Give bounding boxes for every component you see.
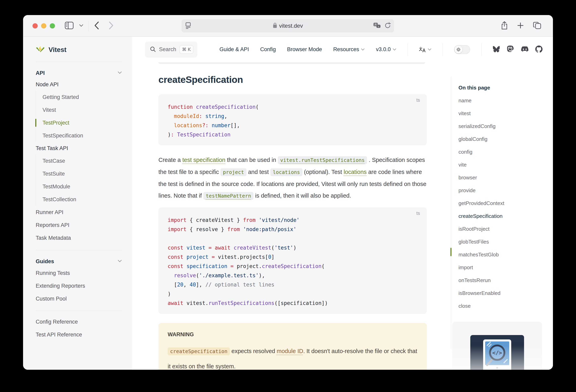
sidebar-item-testcollection[interactable]: TestCollection	[43, 193, 122, 206]
aside-divider	[451, 77, 451, 349]
inline-link[interactable]: module ID	[277, 348, 303, 354]
aside-item-globtestfiles[interactable]: globTestFiles	[459, 235, 547, 248]
sponsor-card[interactable]: </>	[452, 322, 542, 370]
sidebar-item-running-tests[interactable]: Running Tests	[36, 267, 122, 279]
search-icon	[150, 46, 156, 53]
url-text[interactable]: vitest.dev	[279, 23, 303, 29]
sidebar-item-testspecification[interactable]: TestSpecification	[43, 129, 122, 142]
site-header: Search ⌘ K Guide & API Config Browser Mo…	[132, 37, 553, 62]
chevron-down-icon	[117, 71, 122, 75]
mastodon-icon[interactable]	[507, 46, 514, 54]
sun-icon	[455, 46, 462, 53]
github-icon[interactable]	[535, 46, 543, 54]
sidebar-item-test-api-reference[interactable]: Test API Reference	[36, 328, 122, 341]
sidebar-toggle-icon[interactable]	[65, 22, 74, 30]
zoom-window-button[interactable]	[50, 23, 55, 29]
browser-toolbar: vitest.dev A x	[23, 15, 553, 37]
search-shortcut: ⌘ K	[179, 45, 193, 54]
svg-text:A: A	[375, 23, 377, 26]
search-button[interactable]: Search ⌘ K	[145, 41, 197, 58]
inline-code-link[interactable]: vitest.runTestSpecifications	[278, 156, 367, 164]
sidebar-item-extending-reporters[interactable]: Extending Reporters	[36, 279, 122, 292]
reload-icon[interactable]	[384, 22, 391, 30]
close-window-button[interactable]	[32, 23, 38, 29]
code-line: const vitest = await createVitest('test'…	[168, 243, 418, 252]
inline-code-link[interactable]: testNamePattern	[203, 192, 254, 200]
header-divider	[481, 43, 482, 56]
aside-item-isbrowserenabled[interactable]: isBrowserEnabled	[459, 287, 547, 300]
sidebar-section-api[interactable]: API	[36, 68, 122, 78]
bluesky-icon[interactable]	[493, 46, 500, 53]
sidebar-item-custom-pool[interactable]: Custom Pool	[36, 292, 122, 305]
intro-paragraph: Create a test specification that can be …	[158, 154, 427, 202]
nav-config[interactable]: Config	[260, 46, 276, 53]
code-line: ): TestSpecification	[168, 130, 418, 139]
forward-button[interactable]	[109, 21, 114, 30]
sidebar-item-vitest[interactable]: Vitest	[43, 104, 122, 116]
language-menu[interactable]	[419, 46, 432, 53]
sidebar-item-task-metadata[interactable]: Task Metadata	[36, 232, 122, 244]
code-lang-badge: ts	[416, 211, 420, 216]
aside-item-globalconfig[interactable]: globalConfig	[459, 133, 547, 146]
sidebar-item-testsuite[interactable]: TestSuite	[43, 167, 122, 180]
aside-item-getprovidedcontext[interactable]: getProvidedContext	[459, 197, 547, 210]
code-line: )	[168, 289, 418, 299]
aside-item-serializedconfig[interactable]: serializedConfig	[459, 120, 547, 133]
code-line: import { resolve } from 'node:path/posix…	[168, 225, 418, 234]
sidebar-group-node-api[interactable]: Node API	[36, 78, 122, 91]
aside-item-createspecification[interactable]: createSpecification	[459, 210, 547, 222]
sidebar-divider	[36, 61, 122, 62]
browser-window: vitest.dev A x	[23, 15, 553, 370]
aside-item-vitest[interactable]: vitest	[459, 107, 547, 120]
aside-item-ontestsrerun[interactable]: onTestsRerun	[459, 274, 547, 287]
aside-item-isrootproject[interactable]: isRootProject	[459, 222, 547, 235]
code-block-example[interactable]: ts import { createVitest } from 'vitest/…	[158, 208, 427, 314]
sidebar-item-testmodule[interactable]: TestModule	[43, 180, 122, 193]
text-run: and test	[246, 169, 270, 175]
address-bar[interactable]: vitest.dev A x	[181, 19, 394, 32]
vitest-logo[interactable]: Vitest	[36, 45, 122, 55]
aside-item-provide[interactable]: provide	[459, 184, 547, 197]
translate-icon	[419, 46, 426, 53]
discord-icon[interactable]	[520, 46, 528, 53]
translate-icon[interactable]: A x	[373, 22, 381, 30]
inline-link[interactable]: test specification	[182, 157, 225, 163]
aside-item-vite[interactable]: vite	[459, 158, 547, 171]
nav-version-switcher[interactable]: v3.0.0	[376, 46, 396, 53]
sidebar-item-testproject[interactable]: TestProject	[43, 116, 122, 129]
aside-item-browser[interactable]: browser	[459, 171, 547, 184]
on-this-page: On this page namevitestserializedConfigg…	[459, 81, 547, 312]
code-block-signature[interactable]: ts function createSpecification( moduleI…	[158, 94, 427, 145]
aside-item-config[interactable]: config	[459, 146, 547, 158]
sidebar-section-guides[interactable]: Guides	[36, 256, 122, 267]
nav-browser-mode[interactable]: Browser Mode	[287, 46, 322, 53]
share-icon[interactable]	[501, 21, 508, 31]
sidebar-item-config-reference[interactable]: Config Reference	[36, 315, 122, 328]
nav-guide-api[interactable]: Guide & API	[219, 46, 249, 53]
tab-overview-icon[interactable]	[533, 22, 541, 30]
text-run: is defined, then it will also be applied…	[254, 192, 351, 199]
svg-text:x: x	[378, 25, 379, 28]
sidebar-item-runner-api[interactable]: Runner API	[36, 206, 122, 219]
minimize-window-button[interactable]	[41, 23, 46, 29]
back-button[interactable]	[94, 21, 99, 30]
nav-resources[interactable]: Resources	[333, 46, 365, 53]
sidebar-item-getting-started[interactable]: Getting Started	[43, 91, 122, 104]
previous-code-block-clipped	[158, 62, 425, 64]
aside-item-import[interactable]: import	[459, 261, 547, 274]
sidebar-item-reporters-api[interactable]: Reporters API	[36, 219, 122, 232]
text-run: that can be used in	[226, 157, 278, 163]
new-tab-icon[interactable]	[517, 22, 524, 30]
sidebar-group-test-task-api[interactable]: Test Task API	[36, 142, 122, 154]
aside-item-matchestestglob[interactable]: matchesTestGlob	[459, 248, 547, 261]
text-run: Create a	[158, 157, 182, 163]
inline-link[interactable]: locations	[344, 169, 366, 175]
sidebar-menu-chevron-icon[interactable]	[79, 24, 84, 28]
aside-item-name[interactable]: name	[459, 94, 547, 107]
code-line: function createSpecification(	[168, 102, 418, 112]
chevron-down-icon	[117, 260, 122, 263]
aside-item-close[interactable]: close	[459, 300, 547, 312]
theme-toggle[interactable]	[454, 45, 470, 54]
sidebar-item-testcase[interactable]: TestCase	[43, 154, 122, 167]
code-line: locations?: number[],	[168, 121, 418, 130]
